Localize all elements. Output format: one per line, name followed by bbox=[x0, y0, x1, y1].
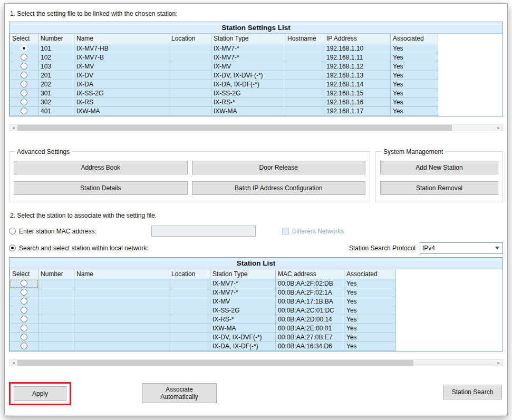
settings-table-select-cell[interactable] bbox=[10, 62, 38, 71]
settings-table-cell-station_type: IX-DA, IX-DF(-*) bbox=[211, 80, 285, 89]
station-table-select-cell[interactable] bbox=[10, 279, 38, 288]
scroll-left-icon[interactable] bbox=[9, 360, 17, 366]
step1-label: 1. Select the setting file to be linked … bbox=[10, 10, 502, 17]
station-table-cell-associated: Yes bbox=[344, 297, 396, 306]
settings-table-cell-hostname bbox=[285, 80, 324, 89]
settings-table-cell-number: 201 bbox=[38, 71, 74, 80]
station-table-select-cell[interactable] bbox=[10, 288, 38, 297]
row-select-radio[interactable] bbox=[21, 54, 27, 61]
settings-table-cell-associated: Yes bbox=[391, 97, 438, 106]
scroll-right-icon[interactable] bbox=[495, 360, 503, 366]
settings-table-cell-number: 103 bbox=[38, 62, 74, 71]
row-select-radio[interactable] bbox=[21, 99, 27, 105]
station-table-cell-filler bbox=[396, 324, 503, 333]
row-select-radio[interactable] bbox=[21, 307, 27, 314]
search-local-label: Search and select station within local n… bbox=[19, 245, 148, 252]
station-details-button[interactable]: Station Details bbox=[14, 181, 188, 195]
row-select-radio[interactable] bbox=[21, 90, 27, 96]
station-table-select-cell[interactable] bbox=[10, 315, 38, 324]
settings-table-select-cell[interactable] bbox=[10, 106, 38, 115]
settings-table-cell-location bbox=[169, 62, 211, 71]
settings-table-cell-name: IX-MV7-HB bbox=[74, 44, 169, 53]
settings-table-cell-ip_address: 192.168.1.14 bbox=[324, 80, 391, 89]
different-networks-checkbox[interactable] bbox=[282, 228, 289, 235]
row-select-radio[interactable] bbox=[21, 280, 27, 287]
settings-table-cell-station_type: IXW-MA bbox=[211, 106, 285, 115]
enter-mac-row: Enter station MAC address: Different Net… bbox=[9, 226, 503, 237]
settings-table-cell-ip_address: 192.168.1.11 bbox=[324, 53, 391, 62]
batch-ip-configuration-button[interactable]: Batch IP Address Configuration bbox=[192, 181, 366, 195]
row-select-radio[interactable] bbox=[21, 343, 27, 349]
station-table-cell-station_type: IX-DA, IX-DF(-*) bbox=[210, 342, 276, 351]
row-select-radio[interactable] bbox=[21, 81, 27, 87]
add-new-station-button[interactable]: Add New Station bbox=[380, 161, 498, 174]
settings-scroll-thumb[interactable] bbox=[17, 125, 452, 131]
row-select-radio[interactable] bbox=[21, 63, 27, 70]
settings-table-cell-name: IX-DV bbox=[74, 71, 169, 80]
station-table-select-cell[interactable] bbox=[10, 306, 38, 315]
row-select-radio[interactable] bbox=[21, 298, 27, 305]
settings-table-select-cell[interactable] bbox=[10, 89, 38, 97]
settings-scroll-track[interactable] bbox=[17, 125, 495, 131]
station-removal-button[interactable]: Station Removal bbox=[380, 181, 498, 195]
row-select-radio[interactable] bbox=[21, 325, 27, 331]
row-select-radio[interactable] bbox=[21, 45, 27, 52]
settings-table-select-cell[interactable] bbox=[10, 80, 38, 89]
stationlist-hscrollbar[interactable] bbox=[9, 359, 503, 366]
settings-table-cell-name: IX-DA bbox=[74, 80, 169, 89]
door-release-button[interactable]: Door Release bbox=[192, 161, 366, 174]
settings-table-cell-station_type: IX-MV7-* bbox=[211, 53, 285, 62]
row-select-radio[interactable] bbox=[21, 316, 27, 323]
station-table-cell-number bbox=[38, 315, 74, 324]
station-table-col-name: Name bbox=[74, 269, 169, 279]
settings-table-row: 101IX-MV7-HBIX-MV7-*192.168.1.10Yes bbox=[10, 44, 503, 53]
settings-table-col-station-type: Station Type bbox=[211, 34, 285, 44]
stationlist-scroll-thumb[interactable] bbox=[17, 360, 413, 366]
settings-table-cell-filler bbox=[438, 89, 503, 97]
scroll-left-icon[interactable] bbox=[9, 125, 17, 131]
station-table-col-number: Number bbox=[38, 269, 74, 279]
settings-table-col-ip-address: IP Address bbox=[324, 34, 391, 44]
settings-table-cell-location bbox=[169, 80, 211, 89]
settings-table-select-cell[interactable] bbox=[10, 71, 38, 80]
station-table-cell-location bbox=[169, 297, 210, 306]
settings-table-cell-hostname bbox=[285, 97, 324, 106]
enter-mac-radio[interactable] bbox=[9, 228, 16, 235]
search-protocol-dropdown[interactable]: IPv4 bbox=[420, 242, 503, 254]
settings-table-cell-station_type: IX-RS-* bbox=[211, 97, 285, 106]
station-table-select-cell[interactable] bbox=[10, 342, 38, 351]
stationlist-scroll-track[interactable] bbox=[17, 360, 495, 366]
settings-table-cell-hostname bbox=[285, 62, 324, 71]
associate-automatically-button[interactable]: Associate Automatically bbox=[142, 383, 217, 403]
row-select-radio[interactable] bbox=[21, 334, 27, 340]
row-select-radio[interactable] bbox=[21, 72, 27, 79]
station-table-cell-name bbox=[74, 297, 169, 306]
station-table-cell-number bbox=[38, 288, 74, 297]
station-table-cell-associated: Yes bbox=[344, 333, 396, 342]
settings-table-cell-number: 202 bbox=[38, 80, 74, 89]
station-table-col-station-type: Station Type bbox=[210, 269, 276, 279]
settings-hscrollbar[interactable] bbox=[9, 124, 503, 131]
station-table-cell-name bbox=[74, 288, 169, 297]
station-table-select-cell[interactable] bbox=[10, 324, 38, 333]
row-select-radio[interactable] bbox=[21, 108, 27, 114]
station-table-cell-number bbox=[38, 306, 74, 315]
row-select-radio[interactable] bbox=[21, 289, 27, 296]
station-table-cell-mac: 00:0B:AA:16:34:D6 bbox=[276, 342, 344, 351]
station-table-body: IX-MV7-*00:0B:AA:2F:02:DBYesIX-MV7-*00:0… bbox=[10, 279, 503, 351]
apply-button[interactable]: Apply bbox=[14, 386, 66, 401]
settings-table-row: 103IX-MVIX-MV192.168.1.12Yes bbox=[10, 62, 503, 71]
station-table-cell-location bbox=[169, 342, 210, 351]
settings-table-select-cell[interactable] bbox=[10, 53, 38, 62]
address-book-button[interactable]: Address Book bbox=[14, 161, 188, 174]
station-table-select-cell[interactable] bbox=[10, 297, 38, 306]
station-search-button[interactable]: Station Search bbox=[443, 385, 502, 399]
mac-address-input[interactable] bbox=[151, 226, 256, 237]
settings-table-select-cell[interactable] bbox=[10, 97, 38, 106]
search-local-radio[interactable] bbox=[9, 245, 16, 251]
groups-row: Advanced Settings Address Book Door Rele… bbox=[9, 148, 503, 202]
station-table-select-cell[interactable] bbox=[10, 333, 38, 342]
settings-table-cell-filler bbox=[438, 106, 503, 115]
scroll-right-icon[interactable] bbox=[495, 125, 503, 131]
settings-table-select-cell[interactable] bbox=[10, 44, 38, 53]
